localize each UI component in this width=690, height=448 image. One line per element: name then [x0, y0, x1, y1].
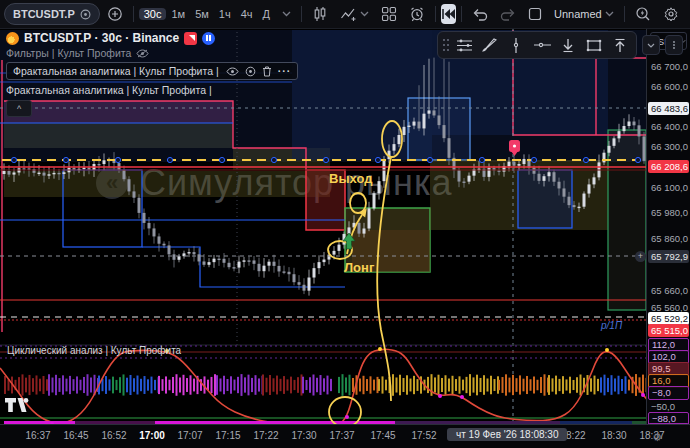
price-label: 66 483,6: [648, 102, 689, 115]
layout-name-button[interactable]: Unnamed: [549, 3, 619, 25]
gear-icon: [663, 6, 679, 22]
grid-layout-icon: [381, 6, 397, 22]
redo-icon: [500, 7, 516, 21]
drag-handle-icon[interactable]: [442, 38, 450, 52]
price-label: −8,0: [648, 386, 689, 400]
horizontal-ray-tool-button[interactable]: [530, 34, 554, 56]
vertical-line-tool-button[interactable]: [504, 34, 528, 56]
redo-button[interactable]: [495, 3, 521, 25]
save-layout-indicator[interactable]: [523, 3, 547, 25]
time-label: 17:45: [370, 430, 395, 441]
time-label: 17:22: [253, 430, 278, 441]
time-label: 17:00: [139, 430, 165, 441]
eye-icon[interactable]: [226, 67, 239, 76]
arrow-up-tool-button[interactable]: [608, 34, 632, 56]
arrow-down-tool-button[interactable]: [556, 34, 580, 56]
price-label: 65 660,0: [648, 284, 689, 297]
timeframe-button-4ч[interactable]: 4ч: [236, 8, 258, 20]
source-circle-icon[interactable]: [245, 66, 256, 77]
price-label: 66 208,6: [648, 160, 689, 173]
search-lightning-icon: [635, 6, 651, 22]
layout-templates-button[interactable]: [376, 3, 402, 25]
undo-icon: [472, 7, 488, 21]
timeframe-button-1м[interactable]: 1м: [166, 8, 190, 20]
fullscreen-button[interactable]: [686, 3, 690, 25]
draw-toolbar-body: [437, 31, 637, 59]
toolbar-collapse-button[interactable]: [642, 35, 660, 55]
timeframe-button-5м[interactable]: 5м: [190, 8, 214, 20]
undo-button[interactable]: [467, 3, 493, 25]
chart-style-button[interactable]: [307, 3, 333, 25]
rectangle-tool-button[interactable]: [582, 34, 606, 56]
compare-add-button[interactable]: [102, 3, 128, 25]
dots-icon: [670, 41, 678, 49]
chart-legend: BTCUSDT.P · 30с · Binance Фильтры | Куль…: [6, 31, 298, 117]
horizontal-ray-icon: [534, 41, 551, 49]
axis-settings-gear-icon[interactable]: ⚙: [652, 431, 662, 444]
alert-button[interactable]: [404, 3, 430, 25]
time-axis[interactable]: 16:3716:4516:5217:0017:0717:1517:2217:30…: [0, 424, 690, 448]
arrow-down-icon: [561, 38, 575, 53]
brush-tool-button[interactable]: [478, 34, 502, 56]
timeframe-button-Д[interactable]: Д: [258, 8, 275, 20]
chevron-down-icon: [647, 43, 655, 48]
toolbar-more-button[interactable]: [665, 35, 683, 55]
price-side-note: р/1П: [601, 320, 622, 331]
arrow-up-icon: [613, 38, 627, 53]
toolbar-separator: [301, 6, 302, 22]
more-options-button[interactable]: ···: [278, 65, 292, 77]
timeframe-button-30с[interactable]: 30с: [139, 8, 167, 20]
indicator-row-fractal-selected[interactable]: Фрактальная аналитика | Культ Профита | …: [6, 62, 298, 80]
alarm-clock-icon: [409, 6, 425, 22]
timeframe-button-1ч[interactable]: 1ч: [214, 8, 236, 20]
tradingview-logo-icon: [5, 397, 31, 413]
toolbar-right-group: Unnamed: [523, 3, 690, 25]
plus-circle-icon[interactable]: +: [635, 251, 646, 262]
tradingview-logo[interactable]: [5, 397, 31, 417]
indicator-controls: ···: [226, 65, 292, 77]
time-label: 16:45: [63, 430, 88, 441]
filters-indicator-label: Фильтры | Культ Профита: [6, 47, 131, 59]
indicators-button[interactable]: [335, 3, 374, 25]
price-label: 66 100,0: [648, 181, 689, 194]
top-toolbar: BTCUSDT.P 30с1м5м1ч4чД Unnamed: [0, 0, 690, 29]
symbol-search-button[interactable]: BTCUSDT.P: [4, 3, 100, 25]
symbol-eye-icon: [80, 9, 91, 20]
trash-icon[interactable]: [262, 66, 272, 77]
chevron-down-icon: [360, 11, 369, 17]
chevron-down-icon: [605, 11, 614, 17]
price-label: 65 792,9+: [648, 250, 689, 263]
time-label: 16:37: [25, 430, 50, 441]
price-label: 65 515,0: [648, 324, 689, 337]
time-label: 17:37: [329, 430, 354, 441]
crosshair-time-tooltip: чт 19 Фев '26 18:08:30: [447, 428, 567, 441]
layout-name-label: Unnamed: [554, 8, 602, 20]
rectangle-icon: [586, 39, 602, 52]
pause-badge-icon[interactable]: [202, 32, 215, 45]
timeframe-group: 30с1м5м1ч4чД: [139, 8, 275, 20]
quick-search-button[interactable]: [630, 3, 656, 25]
layout-square-icon: [528, 7, 542, 21]
chevron-down-icon: [282, 11, 291, 17]
eye-hidden-icon[interactable]: [136, 49, 149, 58]
toolbar-separator: [624, 6, 625, 22]
price-label: 66 600,0: [648, 80, 689, 93]
time-label: 18:30: [601, 430, 626, 441]
symbol-legend-title: BTCUSDT.P · 30с · Binance: [24, 31, 179, 45]
time-label: 17:15: [215, 430, 240, 441]
indicator-row-filters[interactable]: Фильтры | Культ Профита: [6, 47, 298, 59]
price-label: 66 400,0: [648, 120, 689, 133]
settings-button[interactable]: [658, 3, 684, 25]
legend-collapse-button[interactable]: ^: [6, 100, 32, 117]
oscillator-legend[interactable]: Циклический анализ | Культ Профита: [7, 345, 181, 356]
parallel-lines-tool-button[interactable]: [452, 34, 476, 56]
indicator-row-fractal2[interactable]: Фрактальная аналитика | Культ Профита |: [6, 84, 298, 96]
price-label: 65 980,0: [648, 206, 689, 219]
toolbar-separator: [435, 6, 436, 22]
replay-button[interactable]: [441, 4, 456, 24]
price-axis[interactable]: USDT 66 700,066 600,066 483,666 400,066 …: [646, 28, 690, 425]
timeframe-menu-button[interactable]: [277, 3, 296, 25]
toolbar-separator: [133, 6, 134, 22]
symbol-legend-row[interactable]: BTCUSDT.P · 30с · Binance: [6, 31, 298, 45]
price-label: 66 300,0: [648, 140, 689, 153]
